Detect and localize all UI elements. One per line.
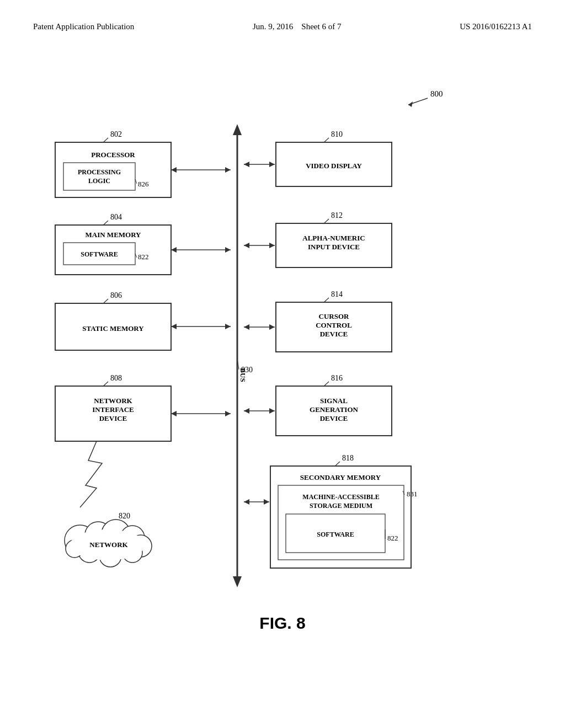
svg-marker-3 [233,124,242,135]
svg-marker-51 [269,324,275,330]
svg-text:INTERFACE: INTERFACE [92,405,134,414]
alpha-numeric-label: ALPHA-NUMERIC [302,234,365,242]
ref-804: 804 [110,213,122,221]
svg-text:LOGIC: LOGIC [88,177,110,185]
ref-826: 826 [138,180,149,188]
ref-810: 810 [331,130,343,138]
ref-818: 818 [342,454,354,462]
ref-822b: 822 [387,534,398,542]
svg-text:CONTROL: CONTROL [316,321,352,329]
header-date: Jun. 9, 2016 [253,22,293,31]
svg-text:INPUT DEVICE: INPUT DEVICE [308,243,360,251]
svg-marker-40 [269,162,275,167]
svg-marker-4 [233,576,242,587]
svg-text:DEVICE: DEVICE [320,330,348,338]
software-label-2: SOFTWARE [317,531,354,538]
page-header: Patent Application Publication Jun. 9, 2… [0,0,565,31]
main-memory-label: MAIN MEMORY [86,231,142,239]
svg-marker-64 [264,499,269,505]
ref-800: 800 [430,89,443,98]
header-center: Jun. 9, 2016 Sheet 6 of 7 [253,22,341,31]
svg-marker-15 [225,247,231,253]
svg-marker-41 [244,162,249,167]
header-right: US 2016/0162213 A1 [460,22,532,31]
svg-text:DEVICE: DEVICE [99,414,127,422]
ref-806: 806 [110,291,122,299]
svg-marker-16 [171,247,177,253]
svg-marker-25 [225,411,231,416]
processing-logic-label: PROCESSING [78,168,121,176]
software-label-1: SOFTWARE [81,250,118,258]
machine-accessible-label: MACHINE-ACCESSIBLE [302,493,379,501]
video-display-label: VIDEO DISPLAY [306,162,362,170]
svg-text:DEVICE: DEVICE [320,414,348,422]
svg-marker-19 [225,324,231,329]
svg-marker-45 [269,243,275,248]
header-sheet: Sheet 6 of 7 [301,22,341,31]
cursor-control-label: CURSOR [319,312,350,320]
svg-marker-46 [244,243,249,248]
processing-logic-box [63,163,135,190]
svg-marker-26 [171,411,177,416]
ref-808: 808 [110,374,122,382]
ref-831: 831 [407,490,418,498]
svg-marker-52 [244,324,249,330]
svg-marker-20 [171,324,177,329]
svg-marker-65 [244,499,249,505]
network-interface-label: NETWORK [94,397,132,405]
svg-marker-11 [171,167,177,173]
figure-label: FIG. 8 [259,614,305,632]
lightning-bolt [80,441,102,507]
processor-label: PROCESSOR [91,151,135,159]
static-memory-label: STATIC MEMORY [82,324,144,333]
secondary-memory-label: SECONDARY MEMORY [300,473,381,481]
diagram-svg: 800 BUS 830 802 PROCESSOR PROCESSING LOG… [0,44,565,706]
svg-marker-58 [244,408,249,414]
ref-820: 820 [119,512,130,520]
svg-marker-57 [269,408,275,414]
ref-814: 814 [331,290,343,298]
ref-802: 802 [110,130,122,138]
header-left: Patent Application Publication [33,22,134,31]
ref-830: 830 [241,366,253,374]
svg-marker-10 [225,167,231,173]
svg-text:GENERATION: GENERATION [310,405,358,414]
network-label: NETWORK [89,540,128,549]
ref-816: 816 [331,374,343,382]
svg-text:STORAGE MEDIUM: STORAGE MEDIUM [310,502,372,510]
signal-generation-label: SIGNAL [320,397,348,405]
ref-822a: 822 [138,253,149,261]
network-interface-box [55,386,171,441]
ref-812: 812 [331,211,343,220]
